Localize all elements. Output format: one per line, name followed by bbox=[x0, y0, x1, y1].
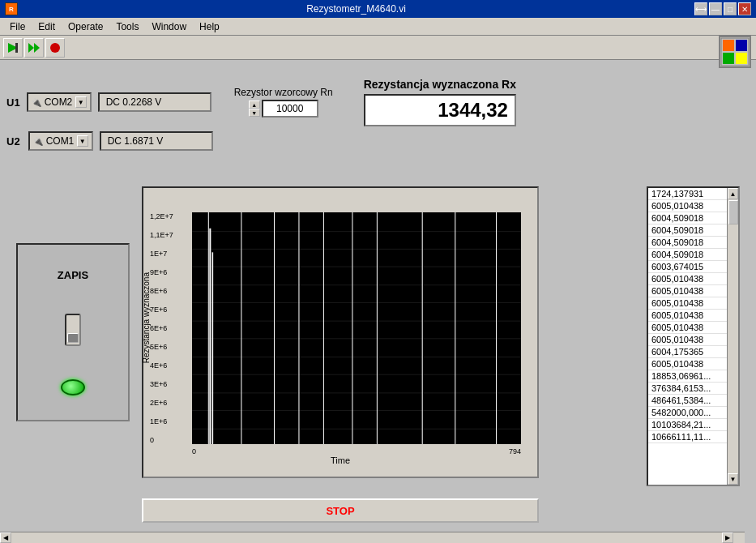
u1-voltage-display: DC 0.2268 V bbox=[98, 92, 211, 112]
list-item[interactable]: 6003,674015 bbox=[648, 261, 738, 273]
scroll-right[interactable]: ▶ bbox=[722, 532, 733, 543]
rn-input-group: ▲ ▼ 10000 bbox=[249, 100, 318, 118]
com-icon: 🔌 bbox=[32, 98, 41, 107]
svg-rect-7 bbox=[736, 40, 747, 51]
y-label-8: 8E+6 bbox=[150, 287, 173, 295]
abort-button[interactable] bbox=[45, 38, 65, 58]
svg-rect-6 bbox=[723, 40, 734, 51]
stop-button[interactable]: STOP bbox=[142, 498, 539, 523]
menu-help[interactable]: Help bbox=[193, 19, 226, 34]
menu-file[interactable]: File bbox=[3, 19, 32, 34]
menu-window[interactable]: Window bbox=[145, 19, 193, 34]
zapis-panel: ZAPIS bbox=[16, 243, 130, 421]
u2-com-selector[interactable]: 🔌 COM1 ▼ bbox=[28, 131, 93, 151]
data-list-scrollbar[interactable]: ▲ ▼ bbox=[727, 188, 738, 485]
data-scroll-up[interactable]: ▲ bbox=[728, 188, 738, 199]
chart-inner: 1,2E+7 1,1E+7 1E+7 9E+6 8E+6 7E+6 6E+6 5… bbox=[142, 186, 539, 478]
list-item[interactable]: 10103684,21... bbox=[648, 419, 738, 431]
u2-row: U2 🔌 COM1 ▼ DC 1.6871 V bbox=[6, 131, 750, 151]
y-label-4: 4E+6 bbox=[150, 361, 173, 370]
window-title: Rezystometr_M4640.vi bbox=[18, 3, 694, 15]
u1-voltage-value: DC 0.2268 V bbox=[106, 96, 162, 108]
list-item[interactable]: 6004,509018 bbox=[648, 249, 738, 261]
y-label-1: 1E+6 bbox=[150, 417, 173, 425]
x-min: 0 bbox=[192, 447, 196, 455]
vi-icon bbox=[719, 36, 751, 68]
menu-tools[interactable]: Tools bbox=[109, 19, 145, 34]
restore-button[interactable]: ⟷ bbox=[694, 2, 707, 15]
data-list: 1724,1379316005,0104386004,5090186004,50… bbox=[647, 186, 740, 486]
title-icon: R bbox=[5, 2, 18, 15]
y-label-7: 7E+6 bbox=[150, 306, 173, 314]
u2-voltage-display: DC 1.6871 V bbox=[100, 131, 213, 151]
rx-section: Rezystancja wyznaczona Rx 1344,32 bbox=[364, 78, 516, 126]
y-label-0: 0 bbox=[150, 436, 173, 444]
rn-value[interactable]: 10000 bbox=[262, 100, 318, 118]
rn-section: Rezystor wzorcowy Rn ▲ ▼ 10000 bbox=[234, 87, 333, 118]
data-list-scroll[interactable]: 1724,1379316005,0104386004,5090186004,50… bbox=[648, 188, 738, 485]
list-item[interactable]: 6005,010438 bbox=[648, 200, 738, 212]
rx-title: Rezystancja wyznaczona Rx bbox=[364, 78, 516, 91]
u2-com-arrow[interactable]: ▼ bbox=[77, 135, 88, 147]
rn-label: Rezystor wzorcowy Rn bbox=[234, 87, 333, 98]
minimize-button[interactable]: — bbox=[709, 2, 722, 15]
menu-operate[interactable]: Operate bbox=[62, 19, 109, 34]
y-label-12: 1,2E+7 bbox=[150, 212, 173, 220]
svg-rect-9 bbox=[736, 53, 747, 64]
data-scroll-thumb[interactable] bbox=[728, 200, 738, 224]
y-axis-label: Rezystancja wyznaczona bbox=[142, 272, 151, 363]
y-label-9: 9E+6 bbox=[150, 268, 173, 276]
list-item[interactable]: 6005,010438 bbox=[648, 285, 738, 297]
u1-row: U1 🔌 COM2 ▼ DC 0.2268 V Rezystor wzorcow… bbox=[6, 78, 750, 126]
y-label-6: 6E+6 bbox=[150, 324, 173, 332]
menu-edit[interactable]: Edit bbox=[32, 19, 62, 34]
u2-voltage-value: DC 1.6871 V bbox=[108, 135, 164, 147]
toolbar bbox=[0, 36, 756, 60]
u1-com-selector[interactable]: 🔌 COM2 ▼ bbox=[27, 92, 92, 112]
chart-plot bbox=[192, 212, 521, 444]
list-item[interactable]: 6005,010438 bbox=[648, 334, 738, 346]
list-item[interactable]: 486461,5384... bbox=[648, 395, 738, 407]
x-axis-labels: 0 794 bbox=[192, 447, 521, 455]
list-item[interactable]: 6004,509018 bbox=[648, 224, 738, 237]
list-item[interactable]: 6005,010438 bbox=[648, 273, 738, 285]
title-bar: R Rezystometr_M4640.vi ⟷ — □ ✕ bbox=[0, 0, 756, 18]
bottom-scrollbar[interactable]: ◀ ▶ bbox=[0, 532, 745, 543]
y-label-2: 2E+6 bbox=[150, 399, 173, 407]
window-controls: ⟷ — □ ✕ bbox=[694, 2, 751, 15]
list-item[interactable]: 6004,509018 bbox=[648, 212, 738, 224]
list-item[interactable]: 6005,010438 bbox=[648, 297, 738, 310]
rn-decrement[interactable]: ▼ bbox=[249, 109, 260, 117]
zapis-toggle[interactable] bbox=[65, 314, 81, 346]
y-label-11: 1,1E+7 bbox=[150, 231, 173, 239]
run-continuously-button[interactable] bbox=[24, 38, 44, 58]
chart-container: 1,2E+7 1,1E+7 1E+7 9E+6 8E+6 7E+6 6E+6 5… bbox=[142, 186, 539, 478]
u1-com-value: COM2 bbox=[45, 96, 75, 108]
maximize-button[interactable]: □ bbox=[724, 2, 737, 15]
svg-point-4 bbox=[50, 43, 60, 53]
list-item[interactable]: 6004,175365 bbox=[648, 346, 738, 358]
svg-rect-1 bbox=[15, 43, 18, 53]
menu-bar: File Edit Operate Tools Window Help bbox=[0, 18, 756, 36]
u2-com-icon: 🔌 bbox=[33, 137, 43, 146]
close-button[interactable]: ✕ bbox=[738, 2, 751, 15]
list-item[interactable]: 6005,010438 bbox=[648, 358, 738, 370]
list-item[interactable]: 6004,509018 bbox=[648, 237, 738, 249]
data-scroll-down[interactable]: ▼ bbox=[728, 473, 738, 485]
y-label-3: 3E+6 bbox=[150, 380, 173, 388]
list-item[interactable]: 376384,6153... bbox=[648, 383, 738, 395]
u2-com-value: COM1 bbox=[46, 135, 77, 147]
list-item[interactable]: 5482000,000... bbox=[648, 407, 738, 419]
list-item[interactable]: 1724,137931 bbox=[648, 188, 738, 200]
list-item[interactable]: 6005,010438 bbox=[648, 310, 738, 322]
u1-label: U1 bbox=[6, 96, 20, 109]
run-button[interactable] bbox=[3, 38, 23, 58]
status-led bbox=[61, 379, 85, 395]
rn-increment[interactable]: ▲ bbox=[249, 100, 260, 109]
list-item[interactable]: 18853,06961... bbox=[648, 370, 738, 383]
zapis-label: ZAPIS bbox=[58, 269, 88, 281]
list-item[interactable]: 6005,010438 bbox=[648, 322, 738, 334]
u1-com-arrow[interactable]: ▼ bbox=[75, 96, 87, 108]
scroll-left[interactable]: ◀ bbox=[0, 532, 11, 543]
list-item[interactable]: 10666111,11... bbox=[648, 431, 738, 443]
